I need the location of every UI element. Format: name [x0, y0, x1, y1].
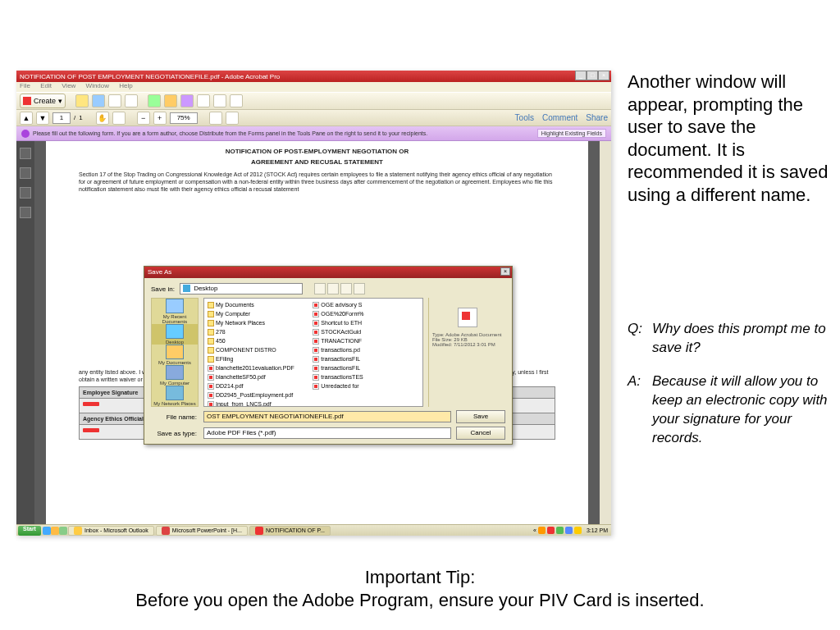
open-icon[interactable] — [75, 94, 89, 107]
file-item[interactable]: blanchette2011evaluation.PDF — [208, 363, 311, 372]
select-tool-icon[interactable] — [112, 112, 126, 125]
file-item[interactable]: My Documents — [208, 300, 311, 309]
tray-icon[interactable] — [574, 527, 582, 534]
hand-tool-icon[interactable]: ✋ — [96, 112, 109, 125]
quick-launch-icon[interactable] — [59, 527, 67, 535]
place-mynetwork[interactable]: My Network Places — [152, 386, 198, 406]
attachments-icon[interactable] — [20, 187, 31, 199]
close-button[interactable]: × — [598, 71, 609, 80]
menu-window[interactable]: Window — [86, 82, 109, 89]
form-hint-text: Please fill out the following form. If y… — [33, 130, 427, 136]
scrollbar[interactable] — [600, 141, 611, 524]
print-icon[interactable] — [108, 94, 121, 107]
signature-indicator-icon — [83, 402, 99, 406]
menu-file[interactable]: File — [20, 82, 30, 89]
signature-indicator-icon — [83, 428, 99, 432]
file-item[interactable]: transactions.pd — [313, 345, 416, 354]
file-item[interactable]: blanchetteSF50.pdf — [208, 372, 311, 381]
tray-icon[interactable] — [538, 527, 546, 534]
save-in-dropdown[interactable]: Desktop — [180, 283, 303, 294]
file-item[interactable]: COMPONENT DISTRO — [208, 345, 311, 354]
network-icon — [166, 386, 184, 400]
file-item[interactable]: My Computer — [208, 309, 311, 318]
place-mydocs[interactable]: My Documents — [152, 345, 198, 365]
create-button[interactable]: Create ▾ — [20, 94, 66, 108]
filename-input[interactable]: OST EMPLOYMENT NEGOTIATIONEFILE.pdf — [203, 411, 451, 422]
file-item[interactable]: Shortcut to ETH — [313, 318, 416, 327]
thumbnails-icon[interactable] — [20, 148, 31, 159]
file-item[interactable]: transactionsTES — [313, 372, 416, 381]
tray-icon[interactable] — [556, 527, 564, 534]
up-icon[interactable] — [327, 283, 339, 294]
cancel-button[interactable]: Cancel — [456, 427, 505, 440]
maximize-button[interactable]: □ — [587, 71, 598, 80]
tray-icon[interactable] — [547, 527, 555, 534]
savetype-dropdown[interactable]: Adobe PDF Files (*.pdf) — [203, 427, 451, 439]
tray-icon[interactable] — [565, 527, 573, 534]
file-item[interactable]: EFiling — [208, 354, 311, 363]
tool-icon[interactable] — [180, 94, 194, 107]
signatures-icon[interactable] — [20, 207, 31, 218]
file-item[interactable]: OGE advisory S — [313, 300, 416, 309]
file-item[interactable]: transactionsFIL — [313, 354, 416, 363]
tools-link[interactable]: Tools — [515, 113, 534, 122]
file-item[interactable]: TRANACTIONF — [313, 336, 416, 345]
quick-launch-icon[interactable] — [43, 527, 51, 535]
create-label: Create — [34, 97, 56, 105]
zoom-in-icon[interactable]: + — [153, 112, 167, 125]
minimize-button[interactable]: _ — [575, 71, 587, 80]
saveas-close-button[interactable]: × — [500, 267, 510, 276]
place-mycomputer[interactable]: My Computer — [152, 365, 198, 386]
task-acrobat[interactable]: NOTIFICATION OF P... — [249, 526, 331, 536]
page-number-input[interactable]: 1 — [52, 112, 71, 124]
new-folder-icon[interactable] — [340, 283, 352, 294]
quick-launch-icon[interactable] — [51, 527, 59, 535]
file-item[interactable]: Input_from_LNCS.pdf — [208, 399, 311, 407]
menu-view[interactable]: View — [62, 82, 75, 89]
tool-icon[interactable] — [213, 94, 226, 107]
back-icon[interactable] — [314, 283, 326, 294]
task-outlook[interactable]: Inbox - Microsoft Outlook — [68, 526, 154, 536]
recent-icon — [166, 299, 184, 313]
tool-icon[interactable] — [230, 94, 243, 107]
file-item[interactable]: My Network Places — [208, 318, 311, 327]
highlight-fields-button[interactable]: Highlight Existing Fields — [537, 129, 606, 138]
instruction-text: Another window will appear, prompting th… — [628, 71, 829, 206]
file-item[interactable]: OGE%20Form% — [313, 309, 416, 318]
pdf-icon — [313, 365, 319, 372]
file-item[interactable]: Unredacted for — [313, 381, 416, 390]
menu-edit[interactable]: Edit — [40, 82, 52, 89]
file-item[interactable]: DD2945_PostEmployment.pdf — [208, 390, 311, 399]
task-powerpoint[interactable]: Microsoft PowerPoint - [H... — [156, 526, 248, 536]
file-item[interactable]: 450 — [208, 336, 311, 345]
file-item[interactable]: STOCKActGuid — [313, 327, 416, 336]
page-down-icon[interactable]: ▼ — [36, 112, 49, 125]
file-item[interactable]: DD214.pdf — [208, 381, 311, 390]
bookmarks-icon[interactable] — [20, 167, 31, 179]
file-item[interactable]: transactionsFIL — [313, 363, 416, 372]
tool-icon[interactable] — [148, 94, 161, 107]
file-item[interactable]: 278 — [208, 327, 311, 336]
save-icon[interactable] — [92, 94, 105, 107]
tool-icon[interactable] — [226, 112, 239, 125]
pdf-icon — [313, 329, 319, 336]
file-name: OGE%20Form% — [321, 311, 363, 317]
views-icon[interactable] — [354, 283, 365, 294]
start-button[interactable]: Start — [18, 526, 41, 536]
place-recent[interactable]: My Recent Documents — [152, 299, 198, 324]
place-desktop[interactable]: Desktop — [152, 324, 198, 345]
email-icon[interactable] — [125, 94, 138, 107]
menu-help[interactable]: Help — [119, 82, 132, 89]
tool-icon[interactable] — [164, 94, 177, 107]
tool-icon[interactable] — [209, 112, 222, 125]
comment-link[interactable]: Comment — [542, 113, 578, 122]
zoom-out-icon[interactable]: − — [137, 112, 150, 125]
file-list[interactable]: My DocumentsMy ComputerMy Network Places… — [203, 298, 423, 407]
zoom-level[interactable]: 75% — [170, 112, 198, 124]
tray-chevron-icon[interactable]: « — [533, 527, 536, 533]
share-link[interactable]: Share — [586, 113, 608, 122]
page-up-icon[interactable]: ▲ — [20, 112, 33, 125]
save-button[interactable]: Save — [456, 410, 505, 423]
folder-icon — [208, 356, 214, 363]
tool-icon[interactable] — [197, 94, 210, 107]
